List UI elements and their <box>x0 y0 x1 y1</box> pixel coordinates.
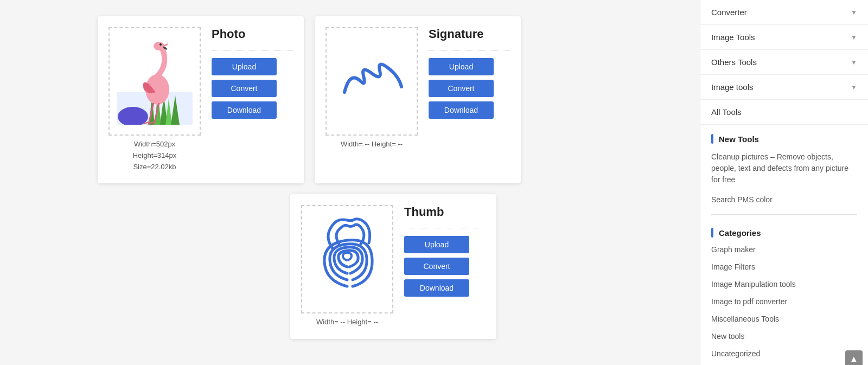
thumb-card-title: Thumb <box>404 205 444 219</box>
signature-card: Width= -- Height= -- Signature Upload Co… <box>315 16 521 183</box>
bottom-row: Width= -- Height= -- Thumb Upload Conver… <box>98 194 689 339</box>
category-misc-tools[interactable]: Miscellaneous Tools <box>700 310 868 328</box>
sidebar-item-converter-label: Converter <box>711 8 747 17</box>
category-uncategorized[interactable]: Uncategorized <box>700 345 868 362</box>
sidebar-hr <box>711 214 857 215</box>
photo-image-area <box>108 27 201 136</box>
sidebar-item-alltools[interactable]: All Tools <box>700 100 868 125</box>
signature-upload-button[interactable]: Upload <box>429 58 494 75</box>
signature-card-inner: Signature Upload Convert Download <box>429 27 510 123</box>
sidebar-item-imagetools[interactable]: Image Tools ▼ <box>700 25 868 50</box>
thumb-upload-button[interactable]: Upload <box>404 236 469 253</box>
chevron-down-icon-3: ▼ <box>851 59 857 66</box>
thumb-convert-button[interactable]: Convert <box>404 258 469 275</box>
new-tools-section-title: New Tools <box>700 125 868 147</box>
chevron-down-icon: ▼ <box>851 9 857 16</box>
sidebar-item-alltools-label: All Tools <box>711 107 742 117</box>
photo-upload-button[interactable]: Upload <box>212 58 277 75</box>
signature-download-button[interactable]: Download <box>429 101 494 119</box>
signature-convert-button[interactable]: Convert <box>429 80 494 97</box>
thumb-card-inner: Thumb Upload Convert Download <box>404 205 486 301</box>
signature-image-block: Width= -- Height= -- <box>326 27 418 150</box>
thumb-dimensions: Width= -- Height= -- <box>316 317 378 328</box>
photo-convert-button[interactable]: Convert <box>212 80 277 97</box>
chevron-down-icon-2: ▼ <box>851 34 857 41</box>
sidebar-item-imagetools-label: Image Tools <box>711 33 755 42</box>
signature-divider <box>429 50 510 50</box>
photo-card: Width=502px Height=314px Size=22.02kb Ph… <box>98 16 304 183</box>
category-image-to-pdf[interactable]: Image to pdf converter <box>700 293 868 310</box>
photo-download-button[interactable]: Download <box>212 101 277 119</box>
photo-divider <box>212 50 293 50</box>
photo-image-block: Width=502px Height=314px Size=22.02kb <box>108 27 201 172</box>
new-tool-link-2[interactable]: Search PMS color <box>700 190 868 210</box>
scroll-to-top-button[interactable]: ▲ <box>845 350 863 365</box>
thumb-card: Width= -- Height= -- Thumb Upload Conver… <box>290 194 496 339</box>
main-content: Width=502px Height=314px Size=22.02kb Ph… <box>0 0 700 365</box>
thumb-image-area <box>301 205 393 313</box>
chevron-down-icon-4: ▼ <box>851 84 857 91</box>
top-row: Width=502px Height=314px Size=22.02kb Ph… <box>98 16 689 183</box>
svg-point-9 <box>159 43 162 46</box>
photo-dimensions: Width=502px Height=314px Size=22.02kb <box>133 139 177 172</box>
category-image-filters[interactable]: Image Filters <box>700 258 868 276</box>
sidebar-item-imagetools2[interactable]: Image tools ▼ <box>700 75 868 100</box>
flamingo-svg <box>117 38 193 125</box>
sidebar-menu: Converter ▼ Image Tools ▼ Others Tools ▼… <box>700 0 868 125</box>
thumb-download-button[interactable]: Download <box>404 279 469 297</box>
new-tool-link-1[interactable]: Cleanup pictures – Remove objects, peopl… <box>700 147 868 190</box>
sidebar-item-otherstools-label: Others Tools <box>711 57 757 67</box>
categories-section-title: Categories <box>700 219 868 241</box>
thumb-image-block: Width= -- Height= -- <box>301 205 393 328</box>
signature-dimensions: Width= -- Height= -- <box>341 139 403 150</box>
category-graph-maker[interactable]: Graph maker <box>700 241 868 258</box>
sidebar: Converter ▼ Image Tools ▼ Others Tools ▼… <box>700 0 868 365</box>
photo-card-title: Photo <box>212 27 245 41</box>
category-new-tools[interactable]: New tools <box>700 328 868 345</box>
signature-card-title: Signature <box>429 27 483 41</box>
fingerprint-svg <box>309 216 385 303</box>
thumb-divider <box>404 228 486 228</box>
sidebar-item-imagetools2-label: Image tools <box>711 82 754 92</box>
photo-card-inner: Photo Upload Convert Download <box>212 27 293 123</box>
category-image-manipulation[interactable]: Image Manipulation tools <box>700 276 868 293</box>
signature-image-area <box>326 27 418 136</box>
sidebar-item-otherstools[interactable]: Others Tools ▼ <box>700 50 868 75</box>
sidebar-item-converter[interactable]: Converter ▼ <box>700 0 868 25</box>
signature-svg <box>334 38 410 125</box>
